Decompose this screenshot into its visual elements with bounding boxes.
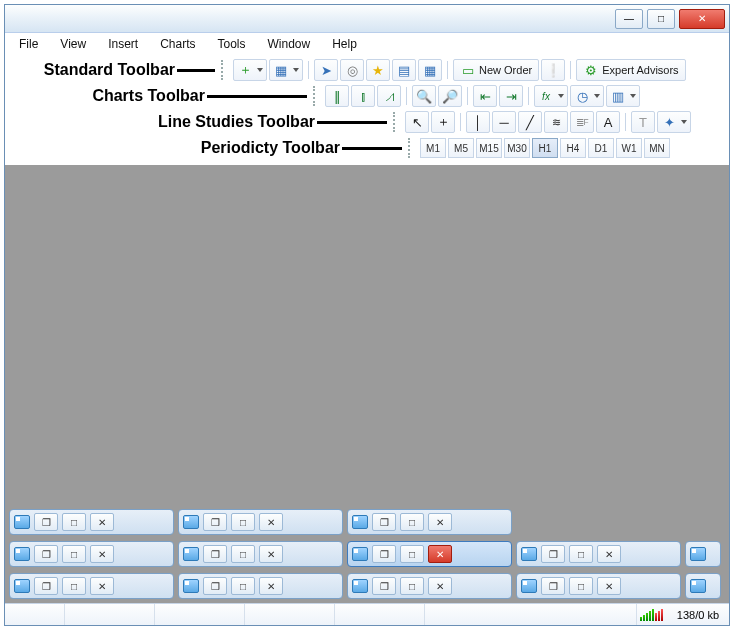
profiles-button[interactable]: ▦: [269, 59, 303, 81]
close-button[interactable]: ✕: [679, 9, 725, 29]
mdi-maximize-button[interactable]: □: [400, 513, 424, 531]
data-window-button[interactable]: ◎: [340, 59, 364, 81]
mdi-window[interactable]: ❐ □ ✕: [9, 509, 174, 535]
mdi-close-button[interactable]: ✕: [428, 513, 452, 531]
mdi-window[interactable]: ❐ □ ✕: [516, 573, 681, 599]
mdi-maximize-button[interactable]: □: [569, 545, 593, 563]
mdi-close-button[interactable]: ✕: [259, 513, 283, 531]
mdi-close-button[interactable]: ✕: [90, 545, 114, 563]
chart-shift-button[interactable]: ⇥: [499, 85, 523, 107]
mdi-restore-button[interactable]: ❐: [372, 545, 396, 563]
mdi-window[interactable]: ❐ □ ✕: [347, 509, 512, 535]
fibo-button[interactable]: ≋: [544, 111, 568, 133]
label-button[interactable]: T: [631, 111, 655, 133]
mdi-window[interactable]: ❐ □ ✕: [178, 509, 343, 535]
zoom-in-button[interactable]: 🔍: [412, 85, 436, 107]
mdi-restore-button[interactable]: ❐: [203, 545, 227, 563]
expert-advisors-button[interactable]: ⚙ Expert Advisors: [576, 59, 685, 81]
auto-scroll-button[interactable]: ⇤: [473, 85, 497, 107]
mdi-maximize-button[interactable]: □: [400, 577, 424, 595]
objects-button[interactable]: ✦: [657, 111, 691, 133]
period-m30[interactable]: M30: [504, 138, 530, 158]
toolbar-grip[interactable]: [393, 112, 399, 132]
mdi-maximize-button[interactable]: □: [231, 577, 255, 595]
mdi-close-button[interactable]: ✕: [90, 513, 114, 531]
mdi-window[interactable]: ❐ □ ✕: [9, 573, 174, 599]
mdi-close-button[interactable]: ✕: [259, 545, 283, 563]
mdi-restore-button[interactable]: ❐: [541, 577, 565, 595]
mdi-window[interactable]: [685, 541, 721, 567]
period-mn[interactable]: MN: [644, 138, 670, 158]
mdi-restore-button[interactable]: ❐: [34, 545, 58, 563]
menu-help[interactable]: Help: [328, 35, 361, 53]
mdi-maximize-button[interactable]: □: [62, 513, 86, 531]
mdi-close-button[interactable]: ✕: [597, 545, 621, 563]
menu-window[interactable]: Window: [264, 35, 315, 53]
terminal-button[interactable]: ▤: [392, 59, 416, 81]
minimize-button[interactable]: —: [615, 9, 643, 29]
mdi-restore-button[interactable]: ❐: [372, 513, 396, 531]
toolbar-grip[interactable]: [313, 86, 319, 106]
mdi-maximize-button[interactable]: □: [62, 577, 86, 595]
toolbar-grip[interactable]: [221, 60, 227, 80]
mdi-maximize-button[interactable]: □: [62, 545, 86, 563]
toolbar-grip[interactable]: [408, 138, 414, 158]
text-button[interactable]: A: [596, 111, 620, 133]
mdi-window-active[interactable]: ❐ □ ✕: [347, 541, 512, 567]
mdi-restore-button[interactable]: ❐: [34, 513, 58, 531]
metaeditor-button[interactable]: ❕: [541, 59, 565, 81]
navigator-button[interactable]: ★: [366, 59, 390, 81]
period-w1[interactable]: W1: [616, 138, 642, 158]
mdi-close-button[interactable]: ✕: [428, 577, 452, 595]
mdi-window[interactable]: ❐ □ ✕: [347, 573, 512, 599]
candle-chart-button[interactable]: ⫿: [351, 85, 375, 107]
menu-file[interactable]: File: [15, 35, 42, 53]
maximize-button[interactable]: □: [647, 9, 675, 29]
equid-button[interactable]: ≣F: [570, 111, 594, 133]
menu-insert[interactable]: Insert: [104, 35, 142, 53]
mdi-window[interactable]: [685, 573, 721, 599]
cursor-button[interactable]: ↖: [405, 111, 429, 133]
hline-button[interactable]: ─: [492, 111, 516, 133]
mdi-restore-button[interactable]: ❐: [372, 577, 396, 595]
annotation-connector: [177, 69, 215, 72]
market-watch-button[interactable]: ➤: [314, 59, 338, 81]
periods-button[interactable]: ◷: [570, 85, 604, 107]
mdi-window[interactable]: ❐ □ ✕: [178, 541, 343, 567]
templates-button[interactable]: ▥: [606, 85, 640, 107]
period-h1[interactable]: H1: [532, 138, 558, 158]
mdi-close-button[interactable]: ✕: [428, 545, 452, 563]
mdi-window[interactable]: ❐ □ ✕: [516, 541, 681, 567]
new-chart-button[interactable]: ＋: [233, 59, 267, 81]
vline-button[interactable]: │: [466, 111, 490, 133]
mdi-maximize-button[interactable]: □: [231, 545, 255, 563]
mdi-close-button[interactable]: ✕: [90, 577, 114, 595]
mdi-restore-button[interactable]: ❐: [203, 577, 227, 595]
indicators-button[interactable]: fx: [534, 85, 568, 107]
mdi-restore-button[interactable]: ❐: [541, 545, 565, 563]
menu-tools[interactable]: Tools: [214, 35, 250, 53]
mdi-window[interactable]: ❐ □ ✕: [178, 573, 343, 599]
mdi-maximize-button[interactable]: □: [231, 513, 255, 531]
menu-view[interactable]: View: [56, 35, 90, 53]
trendline-button[interactable]: ╱: [518, 111, 542, 133]
menu-charts[interactable]: Charts: [156, 35, 199, 53]
strategy-tester-button[interactable]: ▦: [418, 59, 442, 81]
mdi-close-button[interactable]: ✕: [597, 577, 621, 595]
new-order-button[interactable]: ▭ New Order: [453, 59, 539, 81]
mdi-maximize-button[interactable]: □: [400, 545, 424, 563]
period-m15[interactable]: M15: [476, 138, 502, 158]
crosshair-button[interactable]: ＋: [431, 111, 455, 133]
period-h4[interactable]: H4: [560, 138, 586, 158]
zoom-out-button[interactable]: 🔎: [438, 85, 462, 107]
mdi-close-button[interactable]: ✕: [259, 577, 283, 595]
period-d1[interactable]: D1: [588, 138, 614, 158]
bar-chart-button[interactable]: ‖: [325, 85, 349, 107]
period-m5[interactable]: M5: [448, 138, 474, 158]
mdi-maximize-button[interactable]: □: [569, 577, 593, 595]
mdi-restore-button[interactable]: ❐: [203, 513, 227, 531]
mdi-window[interactable]: ❐ □ ✕: [9, 541, 174, 567]
line-chart-button[interactable]: ⩘: [377, 85, 401, 107]
mdi-restore-button[interactable]: ❐: [34, 577, 58, 595]
period-m1[interactable]: M1: [420, 138, 446, 158]
